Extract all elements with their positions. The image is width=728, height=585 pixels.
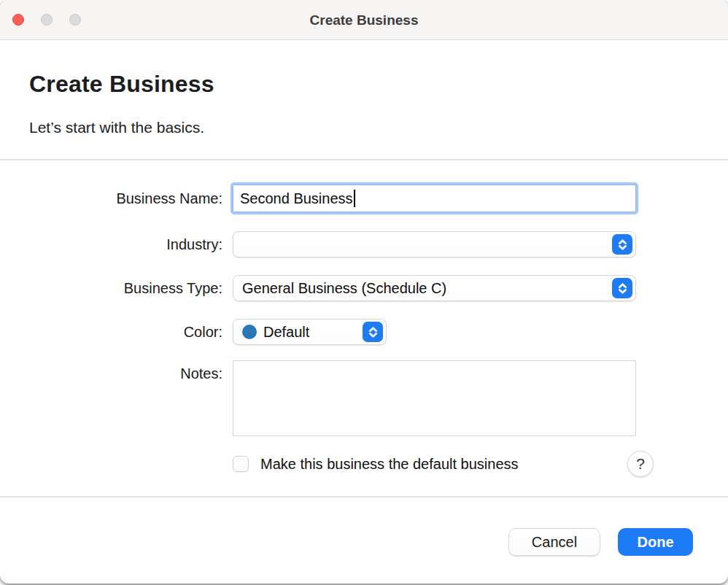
question-mark-icon: ? (636, 455, 645, 473)
header-divider (0, 159, 728, 160)
business-name-label: Business Name: (0, 185, 222, 212)
notes-label: Notes: (0, 363, 222, 384)
business-name-input[interactable]: Second Business (233, 185, 636, 212)
business-name-value: Second Business (240, 190, 353, 207)
business-type-popup[interactable]: General Business (Schedule C) (233, 275, 636, 301)
page-title: Create Business (29, 71, 214, 98)
color-swatch-dot-icon (242, 325, 257, 339)
color-popup[interactable]: Default (233, 319, 387, 345)
make-default-label[interactable]: Make this business the default business (260, 456, 519, 473)
up-down-chevrons-icon (367, 326, 379, 338)
page-subtitle: Let’s start with the basics. (29, 119, 204, 136)
window-title: Create Business (0, 0, 728, 40)
footer-divider (0, 496, 728, 497)
color-value: Default (263, 324, 309, 341)
cancel-button-label: Cancel (532, 534, 577, 551)
business-type-stepper-button[interactable] (612, 278, 632, 298)
industry-combobox[interactable] (233, 231, 636, 257)
up-down-chevrons-icon (616, 239, 629, 251)
notes-textarea[interactable] (233, 360, 636, 436)
up-down-chevrons-icon (616, 282, 629, 295)
cancel-button[interactable]: Cancel (508, 528, 600, 556)
color-stepper-button[interactable] (363, 322, 383, 342)
create-business-dialog: Create Business Create Business Let’s st… (0, 0, 728, 584)
make-default-checkbox[interactable] (233, 456, 249, 472)
make-default-row: Make this business the default business (233, 451, 519, 477)
color-label: Color: (0, 318, 222, 346)
business-type-label: Business Type: (0, 274, 222, 302)
done-button[interactable]: Done (618, 528, 693, 556)
industry-label: Industry: (0, 230, 222, 258)
titlebar[interactable]: Create Business (0, 0, 728, 40)
industry-stepper-button[interactable] (612, 234, 632, 255)
done-button-label: Done (638, 534, 674, 551)
text-caret (354, 190, 355, 207)
help-button[interactable]: ? (627, 451, 654, 477)
business-type-value: General Business (Schedule C) (242, 280, 446, 297)
